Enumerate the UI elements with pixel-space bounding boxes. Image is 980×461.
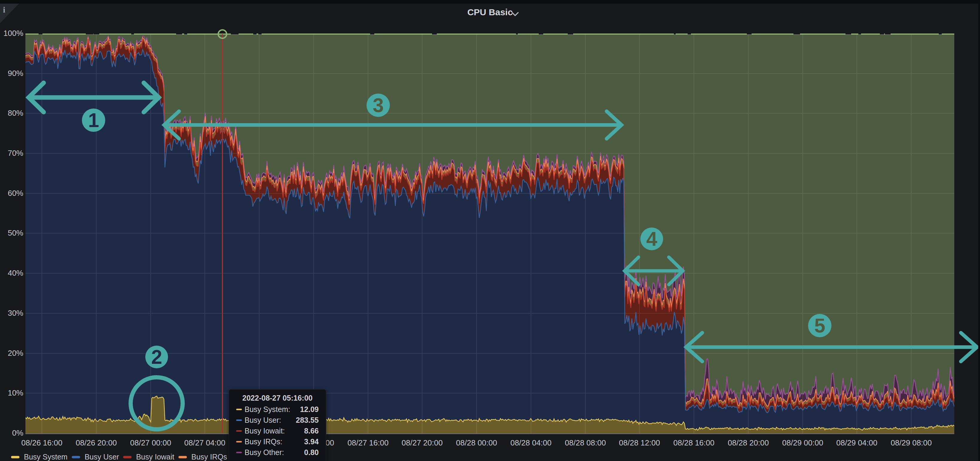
svg-text:i: i [3,5,5,14]
